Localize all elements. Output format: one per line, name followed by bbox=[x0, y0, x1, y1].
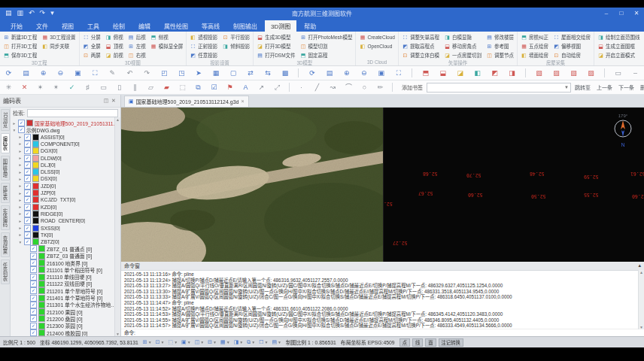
tree-item[interactable]: ▸✓SXSS[0] bbox=[12, 224, 120, 231]
bookmark-button[interactable]: 跳转至 bbox=[575, 83, 591, 91]
toolbar-icon[interactable]: ▦ bbox=[212, 69, 220, 77]
tree-item[interactable]: ✓212400 橡胶园 [0] bbox=[12, 329, 120, 336]
toolbar-icon[interactable]: ⬒ bbox=[421, 69, 430, 77]
ribbon-button[interactable]: ◪一点房屋切割 bbox=[444, 51, 481, 59]
ribbon-button[interactable]: ◨绘制立面范围线 bbox=[597, 33, 640, 41]
toolbar-icon[interactable]: ▣ bbox=[377, 69, 385, 77]
ribbon-button[interactable]: ◪前视 bbox=[105, 51, 123, 59]
expand-arrow-icon[interactable]: ▸ bbox=[18, 141, 23, 146]
ribbon-tab[interactable]: 工具 bbox=[81, 20, 105, 32]
status-toggle-icon[interactable]: ⊡▼ bbox=[156, 339, 165, 345]
toolbar-icon[interactable]: ✶ bbox=[36, 83, 44, 91]
vertical-tab[interactable]: 任务列表 bbox=[1, 259, 10, 284]
chevron-down-icon[interactable]: ▼ bbox=[278, 340, 281, 344]
bookmark-button[interactable]: 上一条 bbox=[597, 83, 612, 91]
toolbar-icon[interactable]: ✳ bbox=[5, 83, 13, 91]
vertical-tab[interactable]: 查询结果 bbox=[1, 232, 10, 257]
toolbar-icon[interactable]: ▩ bbox=[281, 69, 290, 77]
command-prompt[interactable]: 命令: bbox=[121, 329, 644, 336]
toolbar-icon[interactable]: ◪ bbox=[456, 69, 464, 77]
scroll-up-icon[interactable]: ▲ bbox=[116, 117, 120, 122]
toolbar-icon[interactable]: · bbox=[297, 83, 305, 91]
tree-item[interactable]: ✓211101 单个稻田符号 [0] bbox=[12, 266, 120, 273]
tree-item[interactable]: ▸✓DLSS[0] bbox=[12, 168, 120, 175]
tree-item[interactable]: ✓216100 地类界 [0] bbox=[12, 259, 120, 266]
close-button[interactable]: ✕ bbox=[629, 10, 644, 17]
tree-item[interactable]: ▸✓JZD[0] bbox=[12, 183, 120, 190]
chevron-down-icon[interactable]: ▼ bbox=[187, 340, 191, 344]
ribbon-button[interactable]: ▤后视 bbox=[128, 33, 146, 41]
chevron-down-icon[interactable]: ▼ bbox=[213, 340, 217, 344]
ribbon-button[interactable]: ⬓生成立面图框 bbox=[597, 42, 640, 50]
tree-item[interactable]: ▸✓TK[0] bbox=[12, 232, 120, 238]
checkbox[interactable]: ✓ bbox=[30, 302, 37, 308]
toolbar-icon[interactable]: ⊖ bbox=[56, 69, 65, 77]
tree-item[interactable]: ▸✓ASSIST[0] bbox=[12, 134, 120, 141]
toolbar-icon[interactable]: ◩ bbox=[491, 69, 499, 77]
ribbon-tab[interactable]: 视图 bbox=[56, 20, 80, 32]
toolbar-icon[interactable]: ▯ bbox=[115, 83, 123, 91]
ribbon-button[interactable]: ▦CreateCloud bbox=[359, 33, 395, 41]
tree-item[interactable]: ▸✓KCJZD_TXT[0] bbox=[12, 196, 120, 203]
toolbar-icon[interactable]: ▨ bbox=[552, 69, 560, 77]
checkbox[interactable]: ✓ bbox=[30, 287, 37, 294]
checkbox[interactable]: ✓ bbox=[24, 196, 31, 203]
chevron-down-icon[interactable]: ▼ bbox=[251, 340, 255, 344]
ribbon-tab[interactable]: 制图输出 bbox=[227, 20, 263, 32]
ribbon-button[interactable]: ▤打开DSM文件 bbox=[257, 51, 295, 59]
ribbon-tab[interactable]: 帮助 bbox=[298, 20, 322, 32]
checkbox[interactable]: ✓ bbox=[24, 162, 31, 168]
ribbon-button[interactable]: ⬒保存3D工程 bbox=[3, 51, 37, 59]
qat-more-icon[interactable]: ▾ bbox=[50, 10, 54, 17]
toolbar-icon[interactable]: ✴ bbox=[52, 83, 60, 91]
chevron-down-icon[interactable]: ▼ bbox=[174, 340, 178, 344]
ribbon-button[interactable]: ⊡自动绘房 bbox=[553, 51, 591, 59]
ribbon-tab[interactable]: 开始 bbox=[5, 20, 29, 32]
toolbar-icon[interactable]: ⇆ bbox=[264, 69, 272, 77]
status-toggle-icon[interactable]: ▤▼ bbox=[272, 339, 281, 345]
ribbon-button[interactable]: ◫右视 bbox=[128, 51, 146, 59]
toolbar-icon[interactable]: ✎ bbox=[108, 69, 117, 77]
ribbon-button[interactable]: ⊞参考图 bbox=[486, 42, 514, 50]
ribbon-button[interactable]: ▤修改楼层 bbox=[486, 33, 514, 41]
expand-arrow-icon[interactable]: ▸ bbox=[18, 149, 23, 153]
ribbon-tab[interactable]: 等高线 bbox=[196, 20, 226, 32]
toolbar-icon[interactable]: ⛶ bbox=[91, 69, 99, 77]
ribbon-button[interactable]: ◩偏移视图 bbox=[553, 42, 591, 50]
checkbox[interactable]: ✓ bbox=[30, 329, 37, 336]
toolbar-icon[interactable]: ◧ bbox=[473, 69, 481, 77]
toolbar-icon[interactable]: ↗ bbox=[257, 83, 266, 91]
vertical-tab[interactable]: 图层管理 bbox=[1, 156, 10, 180]
toolbar-icon[interactable]: ▤ bbox=[22, 69, 30, 77]
stereo-3d-view[interactable]: 52.52.6852.7052.4852.5952.6152.6752.6052… bbox=[383, 108, 644, 262]
checkbox[interactable]: ✓ bbox=[24, 141, 31, 147]
checkbox[interactable]: ✓ bbox=[30, 323, 37, 329]
ribbon-button[interactable]: ◨白模显隐 bbox=[444, 33, 481, 41]
checkbox[interactable]: ✓ bbox=[24, 217, 31, 224]
ribbon-button[interactable]: ◧同步关联 bbox=[41, 42, 75, 50]
status-button[interactable]: 面 bbox=[425, 338, 436, 347]
ribbon-button[interactable]: ◩提取高程点 bbox=[402, 42, 439, 50]
tree-item[interactable]: ✓212300 茶园 [0] bbox=[12, 323, 120, 329]
checkbox[interactable]: ✓ bbox=[18, 120, 25, 126]
toolbar-icon[interactable]: ✕ bbox=[20, 83, 29, 91]
toolbar-icon[interactable]: ◳ bbox=[178, 69, 186, 77]
toolbar-icon[interactable]: ⊕ bbox=[39, 69, 47, 77]
toolbar-icon[interactable]: ✓ bbox=[68, 83, 76, 91]
ribbon-button[interactable]: ◩任意投影 bbox=[190, 51, 217, 59]
ribbon-button[interactable]: ⬒固定高程 bbox=[300, 51, 353, 59]
vertical-tab[interactable]: 实体编码 bbox=[1, 205, 10, 230]
command-scrollbar[interactable]: ▲▼ bbox=[638, 270, 644, 329]
toolbar-icon[interactable]: ⛶ bbox=[394, 69, 402, 77]
search-input[interactable] bbox=[27, 109, 118, 117]
chevron-down-icon[interactable]: ▼ bbox=[200, 340, 204, 344]
tree-item[interactable]: ▸✓COMPONENT[0] bbox=[12, 141, 120, 147]
toolbar-icon[interactable]: ▰ bbox=[163, 83, 171, 91]
toolbar-icon[interactable]: ⊕ bbox=[342, 69, 351, 77]
checkbox[interactable]: ✓ bbox=[30, 266, 37, 273]
checkbox[interactable]: ✓ bbox=[18, 126, 25, 133]
expand-arrow-icon[interactable]: ▸ bbox=[12, 121, 17, 126]
toolbar-icon[interactable]: ↷ bbox=[143, 69, 151, 77]
status-toggle-icon[interactable]: ◫▼ bbox=[195, 339, 205, 345]
toolbar-icon[interactable]: ▣ bbox=[74, 69, 82, 77]
